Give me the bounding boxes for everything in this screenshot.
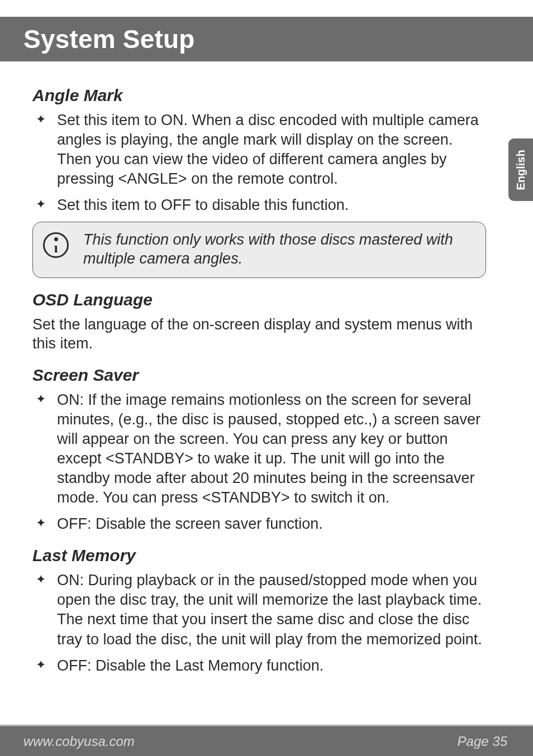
footer-url: www.cobyusa.com [23,734,135,749]
list-item: ON: If the image remains motionless on t… [32,390,486,508]
info-circle-icon: ı [43,232,69,258]
language-tab-label: English [515,150,527,190]
footer-bar: www.cobyusa.com Page 35 [0,725,533,756]
heading-angle-mark: Angle Mark [32,86,486,105]
screen-saver-bullets: ON: If the image remains motionless on t… [32,390,486,534]
info-note-text: This function only works with those disc… [83,230,473,268]
content-area: Angle Mark Set this item to ON. When a d… [0,61,533,676]
page: System Setup English Angle Mark Set this… [0,0,533,756]
heading-screen-saver: Screen Saver [32,366,486,385]
list-item: Set this item to OFF to disable this fun… [32,195,486,215]
heading-osd-language: OSD Language [32,290,486,309]
page-title: System Setup [23,24,195,54]
footer-page-number: Page 35 [458,734,507,749]
list-item: OFF: Disable the screen saver function. [32,514,486,534]
info-note-box: ı This function only works with those di… [32,222,486,277]
osd-language-body: Set the language of the on-screen displa… [32,315,486,353]
title-band: System Setup [0,17,533,61]
list-item: ON: During playback or in the paused/sto… [32,571,486,649]
info-icon: ı [43,232,69,258]
list-item: Set this item to ON. When a disc encoded… [32,111,486,189]
angle-mark-bullets: Set this item to ON. When a disc encoded… [32,111,486,215]
heading-last-memory: Last Memory [32,546,486,565]
last-memory-bullets: ON: During playback or in the paused/sto… [32,571,486,675]
list-item: OFF: Disable the Last Memory function. [32,656,486,676]
language-tab: English [508,138,533,201]
